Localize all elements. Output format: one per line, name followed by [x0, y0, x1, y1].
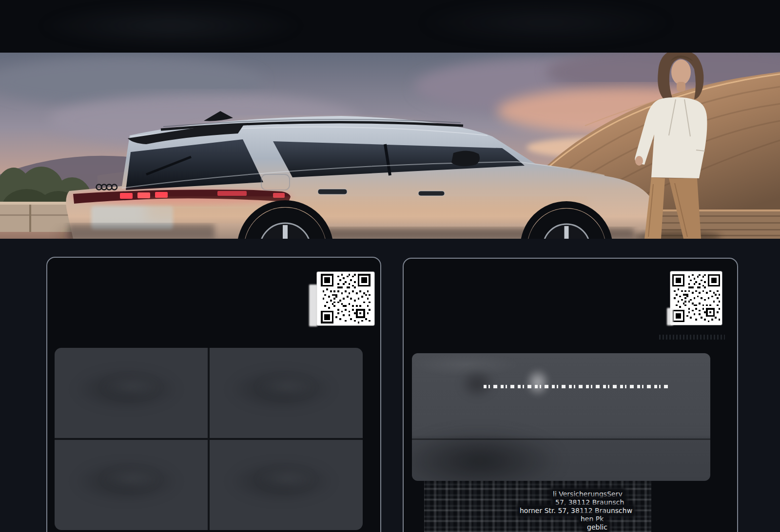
coupon-cell[interactable] [210, 440, 363, 530]
coupon-grid [55, 348, 363, 530]
insurance-panel [412, 353, 710, 481]
door-handle [318, 189, 347, 194]
coupon-cell[interactable] [55, 348, 208, 438]
fineprint-line: hen Pk [580, 514, 604, 523]
qr-paper-tab [667, 308, 673, 325]
blurred-logo [526, 368, 550, 397]
hero-illustration [0, 53, 780, 239]
voucher-card-right[interactable]: li VersicherungsServ 57, 38112 Braunsch … [403, 258, 738, 532]
blurred-headline [484, 385, 669, 388]
voucher-card-left[interactable] [46, 257, 381, 532]
fineprint-line: geblic [586, 523, 608, 532]
panel-sheen [412, 353, 591, 411]
hero-photo [0, 53, 780, 239]
coupon-cell[interactable] [210, 348, 363, 438]
qr-code [670, 271, 722, 325]
face [671, 59, 691, 85]
fineprint-line: li VersicherungsServ [552, 490, 624, 498]
coupon-cell[interactable] [55, 440, 208, 530]
qr-caption-faint [659, 335, 725, 340]
blurred-stamp [459, 369, 495, 399]
hand [635, 156, 643, 166]
qr-paper-tab [309, 285, 317, 326]
qr-code [317, 272, 374, 325]
fineprint-line: 57, 38112 Braunsch [554, 498, 625, 507]
page: li VersicherungsServ 57, 38112 Braunsch … [0, 0, 780, 532]
fineprint-line: horner Str. 57, 38112 Braunschw [519, 506, 633, 515]
door-handle [418, 191, 445, 196]
top-bar [0, 0, 780, 53]
panel-shadow [412, 429, 563, 481]
side-mirror [451, 151, 480, 166]
